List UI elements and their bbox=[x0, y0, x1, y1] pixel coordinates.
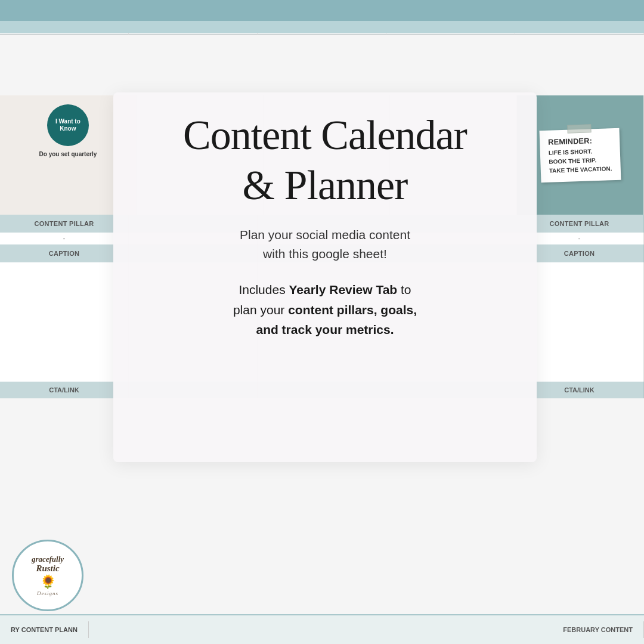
left-image-sub-text: Do you set quarterly bbox=[39, 151, 97, 157]
dash-cell-0: - bbox=[0, 233, 129, 244]
badge-text: I Want to Know bbox=[47, 118, 89, 132]
top-bar-light-teal bbox=[0, 21, 644, 33]
reminder-card: REMINDER: LIFE IS SHORT.BOOK THE TRIP.TA… bbox=[540, 128, 621, 182]
tab-left[interactable]: RY CONTENT PLANN bbox=[0, 621, 89, 638]
logo-circle: gracefully Rustic 🌻 Designs bbox=[12, 540, 83, 611]
logo-flower: 🌻 bbox=[40, 574, 56, 590]
cta-cell-0: CTA/LINK bbox=[0, 382, 129, 398]
top-bar-teal bbox=[0, 0, 644, 21]
overlay-features: Includes Yearly Review Tab to plan your … bbox=[233, 280, 417, 340]
reminder-text: LIFE IS SHORT.BOOK THE TRIP.TAKE THE VAC… bbox=[549, 146, 612, 175]
text-area-0 bbox=[0, 262, 129, 382]
pillar-cell-0: CONTENT PILLAR bbox=[0, 215, 129, 233]
reminder-tape bbox=[567, 124, 591, 133]
tab-right[interactable]: FEBRUARY CONTENT bbox=[552, 621, 644, 638]
logo-container: gracefully Rustic 🌻 Designs bbox=[12, 540, 83, 611]
reminder-title: REMINDER: bbox=[548, 135, 611, 147]
bottom-tab-strip: RY CONTENT PLANN FEBRUARY CONTENT bbox=[0, 614, 644, 644]
overlay-title: Content Calendar& Planner bbox=[183, 110, 467, 210]
caption-cell-0: CAPTION bbox=[0, 244, 129, 262]
overlay-card: Content Calendar& Planner Plan your soci… bbox=[113, 92, 537, 462]
logo-text-main: gracefully Rustic bbox=[32, 555, 64, 574]
logo-text-sub: Designs bbox=[37, 590, 58, 596]
overlay-subtitle: Plan your social media contentwith this … bbox=[240, 225, 410, 263]
circle-badge: I Want to Know bbox=[47, 104, 89, 146]
